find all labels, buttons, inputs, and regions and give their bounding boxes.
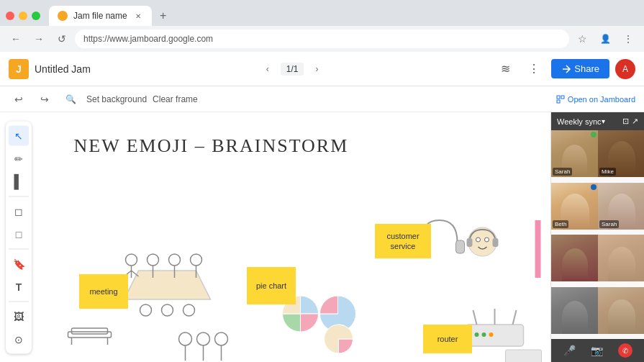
new-tab-button[interactable]: + [155, 7, 172, 24]
svg-marker-4 [124, 271, 211, 299]
menu-button[interactable]: ⋮ [618, 29, 638, 49]
svg-point-34 [482, 332, 486, 337]
nav-bar: ← → ↺ https://www.jamboard.google.com ☆ … [0, 26, 644, 52]
video-cell-4[interactable]: Sarah [598, 183, 644, 230]
profile-button[interactable]: 👤 [595, 29, 615, 49]
undo-button[interactable]: ↩ [9, 89, 29, 109]
active-tab[interactable]: Jam file name ✕ [49, 6, 152, 26]
page-indicator: 1/1 [281, 63, 304, 76]
tab-favicon [58, 11, 68, 21]
more-options-button[interactable]: ⋮ [522, 58, 545, 81]
redo-button[interactable]: ↪ [35, 89, 55, 109]
video-cell-1[interactable]: Sarah [551, 130, 598, 177]
svg-point-9 [148, 254, 159, 266]
video-cell-8[interactable] [598, 287, 644, 334]
forward-button[interactable]: → [29, 29, 49, 49]
video-cell-7[interactable] [551, 287, 598, 334]
sticky-note-customer-service[interactable]: customer service [375, 224, 431, 258]
svg-point-25 [476, 237, 481, 242]
laser-tool[interactable]: ⊙ [9, 329, 29, 349]
svg-point-17 [183, 304, 195, 316]
svg-line-30 [473, 310, 477, 325]
canvas-toolbar: ↩ ↪ 🔍 Set background Clear frame Open on… [0, 86, 644, 112]
canvas-area[interactable]: ↖ ✏ ▌ ◻ □ 🔖 T 🖼 ⊙ NEW EMOJI – BRAINSTORM [0, 112, 550, 362]
prev-frame-button[interactable]: ‹ [258, 59, 278, 79]
star-button[interactable]: ☆ [572, 29, 592, 49]
svg-rect-29 [466, 325, 524, 346]
svg-rect-18 [68, 332, 112, 338]
app-logo: J [9, 59, 29, 79]
sticky-note-router[interactable]: router [423, 325, 472, 353]
reload-button[interactable]: ↺ [52, 29, 72, 49]
text-tool[interactable]: T [9, 276, 29, 297]
cursor-tool[interactable]: ↖ [9, 125, 29, 145]
side-panel-header: Weekly sync ▾ ⊡ ↗ [551, 112, 644, 130]
svg-point-13 [191, 254, 202, 266]
zoom-button[interactable]: 🔍 [60, 89, 81, 109]
waveform-button[interactable]: ≋ [494, 58, 517, 81]
app-toolbar: J Untitled Jam ‹ 1/1 › ≋ ⋮ Share A [0, 52, 644, 86]
tab-bar: Jam file name ✕ + [0, 0, 644, 26]
svg-rect-23 [456, 240, 465, 253]
external-link-icon[interactable]: ↗ [632, 117, 638, 126]
app-title: Untitled Jam [35, 63, 91, 75]
weekly-sync-label: Weekly sync [557, 117, 602, 126]
user-avatar[interactable]: A [615, 59, 635, 79]
left-toolbar: ↖ ✏ ▌ ◻ □ 🔖 T 🖼 ⊙ [6, 121, 32, 353]
pen-tool[interactable]: ✏ [9, 148, 29, 168]
svg-rect-27 [467, 238, 473, 247]
svg-point-11 [169, 254, 181, 266]
svg-rect-1 [561, 96, 564, 99]
close-button[interactable] [6, 12, 14, 20]
video-name-3: Beth [553, 220, 568, 228]
clear-frame-button[interactable]: Clear frame [153, 94, 198, 104]
set-background-button[interactable]: Set background [86, 94, 147, 104]
sticky-note-meeting[interactable]: meeting [79, 274, 128, 309]
traffic-lights [6, 12, 40, 20]
chevron-down-icon: ▾ [602, 117, 605, 125]
canvas-toolbar-right: Open on Jamboard [556, 95, 635, 104]
svg-point-33 [475, 332, 479, 337]
video-name-1: Sarah [553, 168, 572, 176]
tab-label: Jam file name [73, 11, 127, 21]
image-tool[interactable]: 🖼 [9, 306, 29, 326]
svg-line-32 [513, 310, 517, 325]
mic-icon[interactable]: 🎤 [563, 345, 576, 356]
next-frame-button[interactable]: › [307, 59, 327, 79]
address-text: https://www.jamboard.google.com [83, 34, 213, 44]
main-area: ↖ ✏ ▌ ◻ □ 🔖 T 🖼 ⊙ NEW EMOJI – BRAINSTORM [0, 112, 644, 362]
marker-tool[interactable]: ▌ [9, 171, 29, 191]
speaking-indicator-1 [591, 132, 597, 137]
tab-close-button[interactable]: ✕ [133, 11, 143, 21]
svg-text:NEW EMOJI – BRAINSTORM: NEW EMOJI – BRAINSTORM [74, 135, 349, 156]
minimize-button[interactable] [19, 12, 27, 20]
svg-point-79 [197, 332, 210, 345]
share-button[interactable]: Share [551, 59, 609, 78]
camera-icon[interactable]: 📷 [591, 345, 603, 356]
maximize-button[interactable] [32, 12, 40, 20]
video-cell-2[interactable]: Mike [598, 130, 644, 177]
toolbar-right: ≋ ⋮ Share A [494, 58, 635, 81]
svg-point-77 [179, 332, 192, 345]
address-bar[interactable]: https://www.jamboard.google.com [75, 30, 569, 48]
svg-point-24 [468, 227, 497, 256]
end-call-button[interactable]: ✆ [618, 343, 632, 358]
svg-point-81 [215, 332, 228, 345]
presentation-icon[interactable]: ⊡ [622, 117, 629, 126]
back-button[interactable]: ← [6, 29, 26, 49]
video-cell-6[interactable] [598, 235, 644, 281]
sticker-tool[interactable]: 🔖 [9, 253, 29, 273]
svg-rect-28 [493, 238, 499, 247]
shape-tool[interactable]: □ [9, 224, 29, 244]
open-on-jamboard-button[interactable]: Open on Jamboard [556, 95, 635, 104]
sticky-note-pie-chart[interactable]: pie chart [247, 267, 296, 304]
video-name-4: Sarah [599, 220, 619, 228]
eraser-tool[interactable]: ◻ [9, 201, 29, 221]
video-cell-5[interactable] [551, 235, 598, 281]
video-cell-3[interactable]: Beth [551, 183, 598, 230]
video-grid: Sarah Mike Beth S [551, 130, 644, 339]
svg-rect-19 [72, 328, 108, 334]
svg-point-26 [485, 237, 489, 242]
side-panel: Weekly sync ▾ ⊡ ↗ Sarah Mike [550, 112, 644, 362]
video-name-2: Mike [599, 168, 616, 176]
